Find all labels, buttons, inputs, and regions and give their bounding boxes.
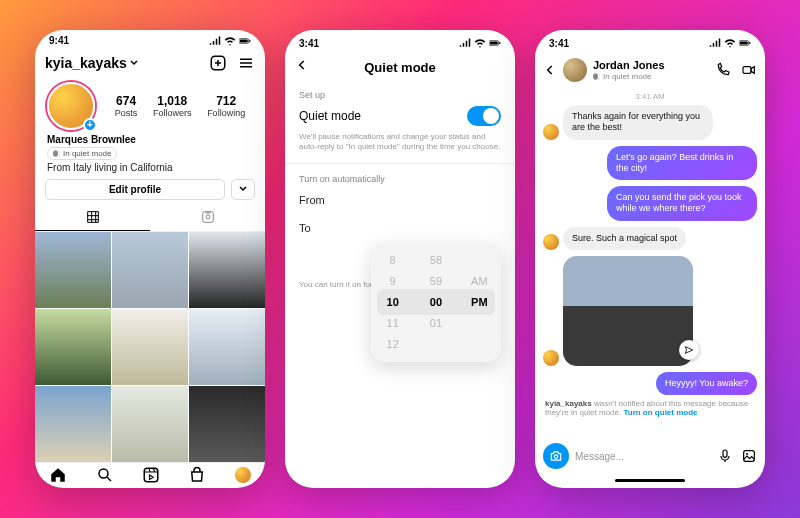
bottom-nav [35, 462, 265, 488]
svg-rect-12 [740, 42, 748, 45]
divider [285, 163, 515, 164]
stat-posts[interactable]: 674Posts [115, 94, 138, 118]
chat-name: Jordan Jones [593, 59, 665, 71]
chevron-down-icon [238, 184, 248, 194]
svg-rect-16 [723, 450, 727, 457]
message-bubble: Thanks again for everything you are the … [563, 105, 713, 140]
nav-shop-icon[interactable] [188, 466, 206, 484]
message-outgoing[interactable]: Heyyyy! You awake? [543, 372, 757, 395]
edit-profile-button[interactable]: Edit profile [45, 179, 225, 200]
tab-grid[interactable] [35, 204, 150, 231]
message-incoming[interactable]: Sure. Such a magical spot [543, 227, 757, 250]
share-photo-button[interactable] [679, 340, 699, 360]
svg-rect-14 [743, 67, 751, 74]
svg-point-15 [554, 455, 558, 459]
status-time: 9:41 [49, 35, 69, 46]
quiet-mode-notice: kyia_kayaks wasn't notified about this m… [535, 395, 765, 421]
moon-icon [593, 73, 600, 80]
post-thumbnail[interactable] [112, 309, 188, 385]
battery-icon [239, 36, 251, 46]
stat-following[interactable]: 712Following [207, 94, 245, 118]
send-icon [684, 345, 694, 355]
username-dropdown[interactable]: kyia_kayaks [45, 55, 139, 71]
post-thumbnail[interactable] [112, 386, 188, 462]
chevron-left-icon [295, 58, 309, 72]
avatar[interactable]: + [47, 82, 95, 130]
message-outgoing[interactable]: Let's go again? Best drinks in the city! [543, 146, 757, 181]
message-input[interactable]: Message... [575, 451, 711, 462]
status-bar: 3:41 [285, 30, 515, 52]
mic-icon[interactable] [717, 448, 733, 464]
video-icon[interactable] [741, 62, 757, 78]
compose-bar: Message... [535, 437, 765, 475]
phone-chat: 3:41 Jordan Jones In quiet mode 3:41 AM … [535, 30, 765, 488]
status-bar: 9:41 [35, 30, 265, 48]
chat-avatar[interactable] [563, 58, 587, 82]
svg-point-5 [206, 215, 210, 219]
message-bubble: Let's go again? Best drinks in the city! [607, 146, 757, 181]
add-story-icon[interactable]: + [83, 118, 97, 132]
to-row[interactable]: To [285, 214, 515, 242]
quiet-mode-description: We'll pause notifications and change you… [285, 130, 515, 161]
camera-button[interactable] [543, 443, 569, 469]
message-avatar [543, 350, 559, 366]
message-avatar [543, 124, 559, 140]
time-picker[interactable]: 8 9 10 11 12 58 59 00 01 AM PM [371, 242, 501, 362]
status-time: 3:41 [299, 38, 319, 49]
message-photo[interactable] [543, 256, 757, 366]
battery-icon [489, 38, 501, 48]
create-icon[interactable] [209, 54, 227, 72]
chat-header: Jordan Jones In quiet mode [535, 52, 765, 88]
quiet-mode-toggle[interactable] [467, 106, 501, 126]
picker-hint: You can turn it on for [299, 280, 373, 289]
chat-timestamp: 3:41 AM [535, 88, 765, 105]
turn-on-quiet-link[interactable]: Turn on quiet mode [623, 408, 697, 417]
post-thumbnail[interactable] [189, 309, 265, 385]
signal-icon [709, 38, 721, 48]
post-thumbnail[interactable] [35, 386, 111, 462]
nav-search-icon[interactable] [96, 466, 114, 484]
message-avatar [543, 234, 559, 250]
status-icons [459, 38, 501, 48]
moon-icon [53, 150, 60, 157]
bio-text: From Italy living in California [47, 162, 253, 173]
back-button[interactable] [543, 63, 557, 77]
home-indicator[interactable] [615, 479, 685, 482]
quiet-mode-pill: In quiet mode [47, 147, 117, 160]
message-outgoing[interactable]: Can you send the pick you took while we … [543, 186, 757, 221]
status-time: 3:41 [549, 38, 569, 49]
wifi-icon [474, 38, 486, 48]
tab-tagged[interactable] [150, 204, 265, 231]
menu-icon[interactable] [237, 54, 255, 72]
post-thumbnail[interactable] [112, 232, 188, 308]
back-button[interactable] [295, 58, 313, 76]
svg-point-6 [99, 469, 108, 478]
discover-people-button[interactable] [231, 179, 255, 200]
message-bubble: Heyyyy! You awake? [656, 372, 757, 395]
call-icon[interactable] [715, 62, 731, 78]
post-thumbnail[interactable] [189, 232, 265, 308]
display-name: Marques Brownlee [47, 134, 253, 145]
from-row[interactable]: From [285, 186, 515, 214]
chat-title-block[interactable]: Jordan Jones In quiet mode [593, 59, 665, 80]
status-icons [709, 38, 751, 48]
messages-list[interactable]: Thanks again for everything you are the … [535, 105, 765, 395]
nav-home-icon[interactable] [49, 466, 67, 484]
message-bubble: Sure. Such a magical spot [563, 227, 686, 250]
stat-followers[interactable]: 1,018Followers [153, 94, 192, 118]
post-thumbnail[interactable] [35, 232, 111, 308]
photo-attachment[interactable] [563, 256, 693, 366]
message-incoming[interactable]: Thanks again for everything you are the … [543, 105, 757, 140]
message-bubble: Can you send the pick you took while we … [607, 186, 757, 221]
posts-grid [35, 232, 265, 462]
nav-profile-icon[interactable] [235, 467, 251, 483]
gallery-icon[interactable] [741, 448, 757, 464]
svg-point-18 [746, 453, 748, 455]
chevron-down-icon [129, 58, 139, 68]
post-thumbnail[interactable] [35, 309, 111, 385]
nav-reels-icon[interactable] [142, 466, 160, 484]
signal-icon [459, 38, 471, 48]
profile-info: Marques Brownlee In quiet mode From Ital… [35, 132, 265, 175]
post-thumbnail[interactable] [189, 386, 265, 462]
page-title: Quiet mode [313, 60, 487, 75]
